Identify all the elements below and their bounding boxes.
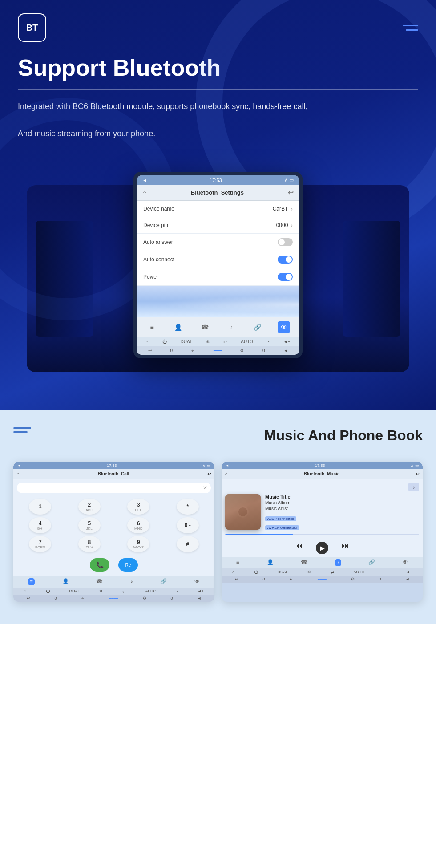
- auto-answer-toggle[interactable]: [278, 238, 293, 246]
- ctrl-vol-up[interactable]: ◄+: [283, 339, 291, 344]
- p-ctrl-recirc[interactable]: ⇄: [122, 589, 126, 593]
- music-nav-music[interactable]: ♪: [335, 559, 341, 566]
- device-name-value: CarBT ›: [273, 205, 293, 212]
- ctrl-recirculate[interactable]: ⇄: [223, 339, 227, 344]
- phone-nav-menu[interactable]: ≡: [28, 578, 35, 585]
- m-ctrl-vdown[interactable]: ◄: [406, 577, 410, 581]
- setting-power[interactable]: Power: [137, 268, 299, 286]
- music-divider: [13, 451, 423, 451]
- ctrl-vol-down[interactable]: ◄: [283, 348, 288, 353]
- ctrl-fan[interactable]: ❄: [206, 339, 210, 344]
- power-toggle[interactable]: [278, 273, 293, 281]
- dialpad-key-2[interactable]: 2 ABC: [78, 499, 101, 515]
- music-nav-link[interactable]: 🔗: [368, 559, 375, 566]
- music-nav-contacts[interactable]: 👤: [267, 559, 274, 566]
- dialpad-key-6[interactable]: 6 MNO: [127, 517, 149, 533]
- ctrl-progress[interactable]: ━━━: [214, 348, 222, 353]
- nav-link-icon[interactable]: 🔗: [251, 321, 264, 333]
- p-ctrl-power[interactable]: ⏻: [46, 589, 50, 593]
- setting-device-name[interactable]: Device name CarBT ›: [137, 201, 299, 217]
- phone-nav-contacts[interactable]: 👤: [62, 578, 69, 585]
- phone-home-icon[interactable]: ⌂: [17, 471, 20, 476]
- next-track-button[interactable]: ⏭: [342, 542, 349, 554]
- dialpad-key-9[interactable]: 9 WXYZ: [127, 536, 149, 552]
- dialpad-key-star[interactable]: *: [177, 499, 199, 515]
- car-vent-right: [343, 221, 400, 337]
- nav-music-icon[interactable]: ♪: [225, 321, 238, 333]
- music-nav-phone[interactable]: ☎: [301, 559, 307, 566]
- dialpad-key-hash[interactable]: #: [177, 536, 199, 552]
- dialpad-key-8[interactable]: 8 TUV: [78, 536, 101, 552]
- nav-phone-icon[interactable]: ☎: [198, 321, 211, 333]
- p-ctrl-vol[interactable]: ◄+: [198, 589, 204, 593]
- m-ctrl-set[interactable]: ⚙: [351, 577, 355, 581]
- auto-connect-toggle[interactable]: [278, 256, 293, 264]
- music-nav-eye[interactable]: 👁: [403, 559, 408, 566]
- p-ctrl-set[interactable]: ⚙: [143, 596, 146, 600]
- m-ctrl-enter[interactable]: ↵: [290, 577, 293, 581]
- music-back-arrow[interactable]: ◄: [225, 463, 229, 468]
- m-ctrl-vol[interactable]: ◄+: [406, 570, 412, 574]
- dialpad-key-3[interactable]: 3 DEF: [127, 499, 149, 515]
- back-button[interactable]: ↩: [288, 188, 294, 197]
- phone-nav-link[interactable]: 🔗: [160, 578, 167, 585]
- m-ctrl-home[interactable]: ⌂: [232, 570, 234, 574]
- p-ctrl-vdown[interactable]: ◄: [198, 596, 202, 600]
- hamburger-menu-icon[interactable]: [403, 25, 418, 31]
- p-ctrl-ac[interactable]: ~: [176, 589, 178, 593]
- prev-track-button[interactable]: ⏮: [295, 542, 303, 554]
- nav-contacts-icon[interactable]: 👤: [172, 321, 185, 333]
- m-ctrl-back[interactable]: ↩: [235, 577, 238, 581]
- dialpad-key-4[interactable]: 4 GHI: [29, 517, 51, 533]
- home-icon[interactable]: ⌂: [142, 189, 147, 197]
- dialer-search-field[interactable]: ✕: [17, 483, 211, 493]
- m-ctrl-auto: AUTO: [354, 570, 365, 574]
- nav-menu-icon[interactable]: ≡: [146, 321, 158, 333]
- p-ctrl-enter[interactable]: ↵: [81, 596, 85, 600]
- ctrl-settings[interactable]: ⚙: [240, 348, 244, 353]
- phone-back-arrow[interactable]: ◄: [17, 463, 21, 468]
- music-player-screen: ◄ 17:53 ∧ ▭ ⌂ Bluetooth_Music ↩ ♪ M: [222, 462, 423, 602]
- m-ctrl-recirc[interactable]: ⇄: [331, 570, 334, 574]
- dialpad-key-7[interactable]: 7 PQRS: [29, 536, 51, 552]
- p-ctrl-auto: AUTO: [145, 589, 157, 593]
- status-back-btn[interactable]: ◄: [142, 178, 147, 183]
- dialer-clear-icon[interactable]: ✕: [203, 485, 207, 491]
- car-vent-left: [36, 221, 93, 337]
- call-green-button[interactable]: 📞: [90, 558, 109, 572]
- play-button[interactable]: ▶: [316, 542, 328, 554]
- music-home-icon[interactable]: ⌂: [225, 471, 228, 476]
- setting-auto-answer[interactable]: Auto answer: [137, 234, 299, 251]
- ctrl-power[interactable]: ⏻: [162, 339, 167, 344]
- dialpad-key-0dash[interactable]: 0 -: [177, 517, 199, 533]
- nav-eye-icon[interactable]: 👁: [278, 321, 290, 333]
- music-note-icon: ♪: [408, 483, 419, 491]
- music-back-btn[interactable]: ↩: [416, 471, 419, 476]
- p-ctrl-0r: 0: [171, 596, 173, 600]
- call-redial-button[interactable]: Re: [118, 558, 138, 572]
- dialpad-key-1[interactable]: 1: [29, 499, 51, 515]
- music-time: 17:53: [315, 463, 325, 468]
- setting-device-pin[interactable]: Device pin 0000 ›: [137, 217, 299, 234]
- p-ctrl-fan[interactable]: ❄: [99, 589, 103, 593]
- ctrl-back[interactable]: ↩: [148, 348, 152, 353]
- music-nav-menu[interactable]: ≡: [236, 559, 239, 566]
- ctrl-home[interactable]: ⌂: [146, 339, 149, 344]
- m-ctrl-prog[interactable]: ━━━━: [318, 577, 327, 581]
- p-ctrl-back[interactable]: ↩: [27, 596, 30, 600]
- p-ctrl-home[interactable]: ⌂: [24, 589, 26, 593]
- m-ctrl-ac[interactable]: ~: [384, 570, 386, 574]
- music-hamburger-icon[interactable]: [13, 427, 31, 433]
- setting-auto-connect[interactable]: Auto connect: [137, 251, 299, 268]
- phone-nav-music[interactable]: ♪: [130, 578, 133, 585]
- phone-nav-eye[interactable]: 👁: [194, 578, 200, 585]
- dialpad-key-5[interactable]: 5 JKL: [78, 517, 101, 533]
- m-ctrl-fan[interactable]: ❄: [307, 570, 311, 574]
- ctrl-ac[interactable]: ~: [267, 339, 270, 344]
- ctrl-enter[interactable]: ↵: [191, 348, 195, 353]
- m-ctrl-power[interactable]: ⏻: [254, 570, 258, 574]
- status-icons: ∧ ▭: [284, 177, 294, 183]
- phone-nav-phone[interactable]: ☎: [96, 578, 103, 585]
- phone-back-btn[interactable]: ↩: [207, 471, 211, 476]
- p-ctrl-prog[interactable]: ━━━━: [109, 596, 118, 600]
